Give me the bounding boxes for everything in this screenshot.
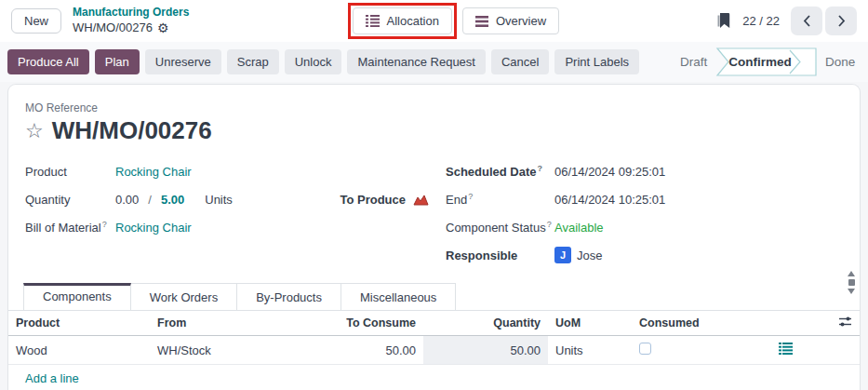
col-header-to-consume[interactable]: To Consume (291, 311, 423, 336)
component-row[interactable]: Wood WH/Stock 50.00 50.00 Units (8, 336, 860, 365)
form-sheet: MO Reference ☆ WH/MO/00276 Product Rocki… (7, 84, 861, 390)
breadcrumb: Manufacturing Orders WH/MO/00276 ⚙ (73, 6, 189, 35)
scroll-down-icon[interactable] (848, 289, 855, 294)
chevron-left-icon (803, 15, 811, 27)
row-from[interactable]: WH/Stock (150, 336, 291, 365)
help-icon: ? (538, 164, 543, 173)
end-date-field: End? 06/14/2024 10:25:01 (446, 185, 860, 213)
new-button[interactable]: New (11, 8, 61, 34)
plan-button[interactable]: Plan (95, 49, 140, 74)
favorite-star-icon[interactable]: ☆ (25, 121, 44, 141)
consumed-checkbox[interactable] (639, 343, 651, 355)
product-label: Product (25, 165, 115, 179)
help-icon: ? (547, 220, 552, 229)
add-a-line-button[interactable]: Add a line (25, 371, 79, 385)
odoo-manufacturing-order-screen: New Manufacturing Orders WH/MO/00276 ⚙ (0, 0, 868, 390)
avatar: J (554, 247, 571, 263)
pager-next-button[interactable] (825, 7, 857, 35)
bars-icon (475, 16, 488, 27)
register-components-icon[interactable] (779, 343, 793, 355)
bookmark-icon[interactable] (717, 13, 731, 29)
quantity-produced-value: 0.00 (115, 193, 139, 207)
breadcrumb-record: WH/MO/00276 (73, 20, 153, 36)
quantity-uom: Units (205, 193, 233, 207)
statusbar[interactable]: Draft Confirmed Done (671, 47, 861, 76)
status-draft[interactable]: Draft (680, 55, 708, 69)
responsible-value[interactable]: Jose (577, 249, 602, 262)
col-header-quantity[interactable]: Quantity (423, 311, 548, 336)
quantity-field: Quantity 0.00 / 5.00 Units To Produce (25, 185, 446, 213)
help-icon: ? (102, 220, 107, 229)
bom-value-link[interactable]: Rocking Chair (115, 221, 192, 235)
tab-by-products[interactable]: By-Products (236, 283, 341, 310)
component-status-field: Component Status? Available (446, 213, 860, 241)
action-bar: Produce All Plan Unreserve Scrap Unlock … (0, 42, 868, 82)
gear-icon[interactable]: ⚙ (157, 21, 169, 34)
col-header-product[interactable]: Product (8, 311, 150, 336)
bom-label: Bill of Material (25, 221, 101, 235)
product-value-link[interactable]: Rocking Chair (115, 165, 192, 179)
optional-columns-icon[interactable] (838, 316, 852, 328)
allocation-button[interactable]: Allocation (353, 7, 452, 34)
components-table: Product From To Consume Quantity UoM Con… (8, 311, 860, 390)
col-header-uom[interactable]: UoM (548, 311, 632, 336)
overview-button[interactable]: Overview (462, 7, 559, 34)
bom-field: Bill of Material? Rocking Chair (25, 213, 446, 241)
quantity-to-produce-input[interactable]: 5.00 (161, 193, 184, 207)
responsible-field: Responsible J Jose (446, 241, 860, 269)
chevron-right-icon (837, 15, 846, 27)
row-to-consume[interactable]: 50.00 (291, 336, 423, 365)
row-product[interactable]: Wood (8, 336, 150, 365)
row-uom[interactable]: Units (548, 336, 632, 365)
mo-reference-label: MO Reference (25, 101, 860, 114)
overview-button-label: Overview (496, 14, 546, 28)
to-produce-label: To Produce (340, 193, 406, 207)
quantity-separator: / (148, 193, 152, 207)
tab-components[interactable]: Components (23, 283, 131, 310)
end-date-value: 06/14/2024 10:25:01 (554, 193, 665, 207)
pager-counter: 22 / 22 (742, 14, 780, 28)
col-header-from[interactable]: From (150, 311, 291, 336)
status-confirmed[interactable]: Confirmed (728, 55, 792, 69)
scheduled-date-value[interactable]: 06/14/2024 09:25:01 (554, 165, 665, 179)
print-labels-button[interactable]: Print Labels (554, 49, 639, 74)
breadcrumb-app-link[interactable]: Manufacturing Orders (73, 6, 189, 20)
responsible-label: Responsible (446, 249, 554, 262)
scroll-up-icon[interactable] (848, 271, 855, 276)
scheduled-date-field: Scheduled Date? 06/14/2024 09:25:01 (446, 157, 860, 185)
allocation-button-label: Allocation (387, 14, 439, 28)
end-date-label: End (446, 193, 467, 207)
pager-previous-button[interactable] (791, 7, 822, 35)
status-done[interactable]: Done (825, 55, 855, 69)
scrap-button[interactable]: Scrap (227, 49, 279, 74)
produce-all-button[interactable]: Produce All (7, 49, 89, 74)
forecast-chart-icon[interactable] (413, 194, 429, 206)
tab-work-orders[interactable]: Work Orders (130, 283, 237, 310)
tab-miscellaneous[interactable]: Miscellaneous (341, 283, 456, 310)
notebook-tabs: Components Work Orders By-Products Misce… (8, 283, 860, 311)
maintenance-request-button[interactable]: Maintenance Request (347, 49, 485, 74)
drag-handle-icon[interactable] (848, 279, 855, 286)
component-status-value: Available (554, 221, 604, 235)
cancel-button[interactable]: Cancel (491, 49, 549, 74)
unreserve-button[interactable]: Unreserve (145, 49, 221, 74)
help-icon: ? (468, 192, 473, 201)
unlock-button[interactable]: Unlock (285, 49, 342, 74)
record-title: WH/MO/00276 (52, 116, 212, 145)
annotation-highlight-box: Allocation (348, 3, 457, 39)
component-status-label: Component Status (446, 221, 546, 235)
record-scroll-widget[interactable] (848, 271, 855, 294)
quantity-label: Quantity (25, 193, 115, 207)
row-quantity[interactable]: 50.00 (423, 336, 548, 365)
scheduled-date-label: Scheduled Date (446, 165, 537, 179)
control-panel: New Manufacturing Orders WH/MO/00276 ⚙ (0, 0, 868, 42)
product-field: Product Rocking Chair (25, 157, 446, 185)
list-icon (366, 15, 380, 27)
col-header-consumed[interactable]: Consumed (632, 311, 741, 336)
